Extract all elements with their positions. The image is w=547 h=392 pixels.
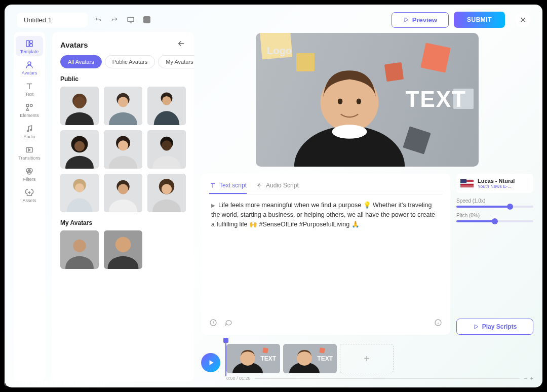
- canvas-logo-text: Logo: [267, 45, 292, 57]
- svg-rect-75: [319, 347, 325, 354]
- nav-elements[interactable]: Elements: [16, 100, 43, 120]
- svg-rect-4: [30, 44, 32, 47]
- avatar-public-1[interactable]: [60, 87, 99, 125]
- nav-audio[interactable]: Audio: [16, 121, 43, 141]
- canvas-preview[interactable]: Logo TEXT: [256, 33, 479, 167]
- svg-point-42: [75, 183, 84, 192]
- nav-transitions[interactable]: Transitions: [16, 142, 43, 163]
- zoom-in-button[interactable]: +: [530, 375, 533, 381]
- svg-marker-8: [26, 108, 29, 111]
- voice-selector[interactable]: Lucas - Ntural Youth News E-...: [456, 174, 533, 193]
- avatar-public-8[interactable]: [104, 174, 142, 212]
- preview-label: Preview: [412, 16, 437, 24]
- avatar-public-4[interactable]: [60, 130, 99, 169]
- tab-audio-script[interactable]: Audio Script: [256, 180, 299, 194]
- svg-rect-71: [262, 347, 268, 354]
- speed-label: Speed (1.0x): [456, 198, 533, 204]
- back-arrow-icon[interactable]: [177, 39, 186, 50]
- timeline-scrubber[interactable]: [255, 378, 520, 379]
- svg-point-34: [118, 140, 128, 150]
- avatar-my-1[interactable]: [60, 230, 99, 269]
- avatar-public-7[interactable]: [60, 174, 99, 212]
- svg-point-62: [357, 98, 361, 104]
- voice-name: Lucas - Ntural: [478, 178, 515, 184]
- redo-icon[interactable]: [110, 15, 119, 24]
- timeline-play-button[interactable]: [201, 353, 220, 372]
- chat-icon[interactable]: [224, 319, 232, 329]
- tab-text-script[interactable]: Text script: [209, 180, 247, 194]
- avatar-public-2[interactable]: [104, 87, 142, 125]
- info-icon[interactable]: [434, 319, 442, 329]
- tab-public-avatars[interactable]: Public Avatars: [105, 55, 155, 68]
- svg-point-60: [332, 125, 367, 139]
- avatar-public-6[interactable]: [147, 130, 186, 169]
- avatar-render: [291, 50, 408, 167]
- watermark-text: © THESOFTWARE.SHOP: [4, 379, 109, 388]
- undo-icon[interactable]: [94, 15, 103, 24]
- add-clip-button[interactable]: +: [340, 344, 394, 373]
- svg-rect-0: [128, 17, 134, 21]
- svg-point-18: [74, 97, 86, 108]
- play-inline-icon[interactable]: ▶: [211, 203, 215, 208]
- pitch-slider[interactable]: [456, 220, 533, 222]
- nav-text[interactable]: Text: [16, 79, 43, 99]
- play-scripts-button[interactable]: Play Scripts: [456, 319, 533, 335]
- project-title-input[interactable]: [17, 13, 88, 27]
- sticky-note: [420, 43, 450, 72]
- timeline-clip-2[interactable]: TEXT: [283, 344, 337, 373]
- svg-point-38: [162, 140, 172, 150]
- display-icon[interactable]: [126, 15, 135, 24]
- voice-sub: Youth News E-...: [478, 184, 515, 189]
- avatar-public-9[interactable]: [147, 174, 186, 212]
- svg-point-22: [118, 97, 128, 107]
- canvas-text-overlay: TEXT: [406, 87, 466, 112]
- zoom-out-button[interactable]: −: [524, 375, 527, 381]
- svg-point-63: [258, 184, 260, 186]
- svg-point-26: [162, 96, 171, 105]
- history-icon[interactable]: [209, 319, 217, 329]
- svg-point-46: [118, 184, 128, 194]
- left-nav: Template Avatars Text Elements Audio Tra…: [14, 32, 45, 381]
- tab-my-avatars[interactable]: My Avatars: [158, 55, 194, 68]
- script-text-area[interactable]: ▶Life feels more meaningful when we find…: [209, 194, 442, 316]
- flag-us-icon: [460, 179, 474, 188]
- svg-point-53: [73, 240, 86, 252]
- timeline: TEXT TEXT + 0:00 / 01:28 − +: [201, 342, 533, 381]
- nav-template[interactable]: Template: [16, 36, 43, 56]
- svg-point-56: [115, 237, 131, 252]
- submit-button[interactable]: SUBMIT: [454, 12, 505, 28]
- tab-all-avatars[interactable]: All Avatars: [60, 55, 102, 68]
- avatar-public-3[interactable]: [147, 87, 186, 125]
- svg-point-50: [162, 184, 172, 194]
- svg-point-61: [338, 98, 342, 104]
- avatar-my-2[interactable]: [104, 230, 142, 269]
- timeline-time: 0:00 / 01:28: [226, 376, 251, 381]
- nav-filters[interactable]: Filters: [16, 164, 43, 184]
- section-my-label: My Avatars: [60, 219, 186, 226]
- svg-rect-3: [30, 41, 32, 43]
- close-button[interactable]: ✕: [515, 12, 530, 27]
- svg-rect-2: [26, 41, 29, 47]
- section-public-label: Public: [60, 75, 186, 83]
- svg-point-10: [30, 130, 32, 131]
- avatar-public-5[interactable]: [104, 130, 142, 169]
- svg-rect-6: [26, 104, 29, 107]
- svg-point-5: [28, 62, 31, 65]
- svg-marker-67: [210, 360, 214, 365]
- nav-assets[interactable]: Assets: [16, 185, 43, 205]
- pitch-label: Pitch (0%): [456, 213, 533, 218]
- script-panel: Text script Audio Script ▶Life feels mor…: [201, 174, 450, 335]
- svg-point-30: [74, 141, 85, 151]
- stop-icon[interactable]: [142, 15, 151, 24]
- panel-title: Avatars: [60, 41, 88, 49]
- timeline-clip-1[interactable]: TEXT: [226, 344, 280, 373]
- nav-avatars[interactable]: Avatars: [16, 57, 43, 77]
- preview-button[interactable]: Preview: [392, 12, 449, 28]
- speed-slider[interactable]: [456, 206, 533, 208]
- svg-marker-1: [405, 18, 408, 22]
- avatars-panel: Avatars All Avatars Public Avatars My Av…: [52, 32, 194, 381]
- svg-point-9: [27, 130, 29, 132]
- svg-point-7: [30, 104, 33, 107]
- svg-marker-66: [475, 325, 478, 329]
